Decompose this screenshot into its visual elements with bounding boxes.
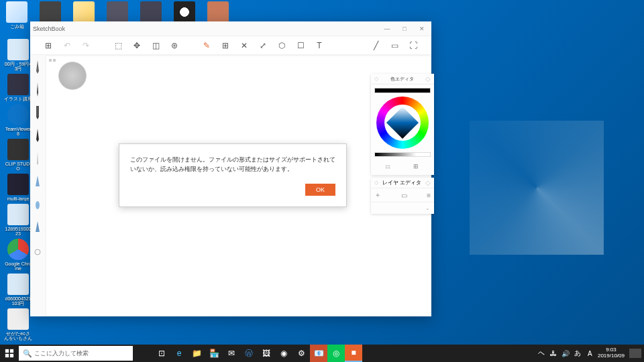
brush-tool-fill[interactable] [34,219,42,235]
tray-chevron-icon[interactable]: ヘ [537,349,546,358]
brush-palette [30,55,45,316]
desktop-icon[interactable]: 00円・59円43円 [4,39,32,71]
line-icon[interactable]: ╱ [371,41,380,50]
brush-icon[interactable]: ✎ [202,41,211,50]
layer-menu-icon[interactable]: ≡ [427,192,431,199]
move-icon[interactable]: ✥ [132,41,142,50]
taskview-icon[interactable]: ⊡ [153,345,170,362]
line-icon[interactable]: ◎ [327,345,345,362]
svg-rect-0 [36,106,39,117]
panel-title: 色エディタ [390,76,414,82]
grid-view-icon[interactable]: ⊞ [413,163,420,170]
start-button[interactable] [0,345,19,362]
desktop-icon[interactable]: multi-large [4,174,32,201]
desktop-icon[interactable]: 128951930023 [4,204,32,236]
current-color-swatch[interactable] [374,88,431,93]
photos-icon[interactable]: 🖼 [258,345,275,362]
system-tray: ヘ 🖧 🔊 あ A 9:03 2019/10/09 [537,347,644,359]
guide-icon[interactable]: ✕ [239,41,249,50]
search-icon: 🔍 [23,349,31,357]
panel-menu-icon[interactable]: ◇ [425,75,431,82]
desktop-icon-teamviewer[interactable]: TeamViewer 8 [4,104,32,136]
desktop-icon-chrome[interactable]: Google Chrome [4,239,32,271]
image-icon[interactable]: ☐ [296,41,305,50]
explorer-icon[interactable]: 📁 [188,345,205,362]
panel-collapse-icon[interactable]: ◇ [374,180,378,186]
tray-lang-icon[interactable]: A [586,350,594,357]
chrome-task-icon[interactable]: ◉ [275,345,292,362]
brush-tool-pen[interactable] [34,82,42,98]
desktop-icon[interactable]: せがたecさんをいもさん [4,308,32,341]
fullscreen-icon[interactable]: ⛶ [409,41,418,50]
panel-title: レイヤ エディタ [382,179,421,186]
transform-icon[interactable]: ⤢ [258,41,268,50]
panel-menu-icon[interactable]: ◇ [425,179,431,186]
undo-icon[interactable]: ↶ [62,41,72,50]
store-icon[interactable]: 🏪 [205,345,223,362]
close-button[interactable]: ✕ [415,23,429,34]
notification-icon[interactable] [629,349,641,358]
brush-tool-fine[interactable] [34,150,42,166]
brush-tool-airbrush[interactable] [34,173,42,189]
color-editor-panel: ◇ 色エディタ ◇ ⚏ ⊞ [371,74,434,175]
menu-icon[interactable]: ⊞ [44,41,53,50]
search-box[interactable]: 🔍 ここに入力して検索 [19,346,133,361]
brush-tool-marker[interactable] [34,105,42,121]
cortana-icon[interactable] [136,345,153,362]
svg-point-1 [36,201,40,209]
panel-collapse-icon[interactable]: ◇ [374,76,378,82]
search-placeholder: ここに入力して検索 [34,349,89,358]
tray-ime-icon[interactable]: あ [574,349,582,358]
settings-icon[interactable]: ⚙ [292,345,310,362]
svg-rect-5 [5,354,9,357]
desktop-icon-recycle[interactable]: ごみ箱 [3,1,31,29]
symmetry-icon[interactable]: ⊛ [170,41,179,50]
tray-network-icon[interactable]: 🖧 [549,350,558,357]
toolbar: ⊞ ↶ ↷ ⬚ ✥ ◫ ⊛ ✎ ⊞ ✕ ⤢ ⬡ ☐ T ╱ ▭ ⛶ [30,36,431,55]
task-icons: ⊡ e 📁 🏪 ✉ Ⓦ 🖼 ◉ ⚙ 📧 ◎ ■ [136,345,362,362]
side-panels: ◇ 色エディタ ◇ ⚏ ⊞ ◇ レイヤ エディタ ◇ ＋ ▭ [371,74,434,214]
tray-clock[interactable]: 9:03 2019/10/09 [598,347,625,359]
mail-icon[interactable]: ✉ [223,345,240,362]
desktop-icon[interactable]: d060004527103円 [4,274,32,306]
text-icon[interactable]: T [315,41,324,50]
brush-tool-eraser[interactable] [34,241,42,257]
dialog-message: このファイルを開けません。ファイルの形式またはサイズがサポートされていないか、読… [130,155,335,174]
selection-icon[interactable]: ⬚ [113,41,123,50]
brush-preview[interactable] [58,62,87,90]
color-wheel[interactable] [376,97,429,149]
layer-row[interactable]: ⌄ [371,202,434,214]
app-icon[interactable]: Ⓦ [240,345,258,362]
add-layer-icon[interactable]: ＋ [374,190,381,200]
sketchbook-task-icon[interactable]: ■ [345,345,362,362]
brush-tool-ink[interactable] [34,127,42,143]
blend-mode-icon[interactable]: ▭ [401,192,407,199]
slider-view-icon[interactable]: ⚏ [385,163,392,170]
edge-icon[interactable]: e [170,345,188,362]
app-icon[interactable]: 📧 [310,345,327,362]
svg-point-2 [35,249,40,255]
error-dialog: このファイルを開けません。ファイルの形式またはサイズがサポートされていないか、読… [119,143,347,207]
desktop-left-column: 00円・59円43円 イラスト講座 TeamViewer 8 CLIP STUD… [3,38,32,342]
layer-editor-panel: ◇ レイヤ エディタ ◇ ＋ ▭ ≡ ⌄ [371,178,434,214]
minimize-button[interactable]: — [380,23,394,34]
grayscale-swatches[interactable] [374,152,431,157]
layers-icon[interactable]: ◫ [151,41,160,50]
brush-tool-pencil[interactable] [34,59,42,75]
window-title: SketchBook [33,25,380,32]
titlebar[interactable]: SketchBook — □ ✕ [30,21,431,36]
tray-volume-icon[interactable]: 🔊 [561,350,570,357]
rect-icon[interactable]: ▭ [390,41,399,50]
ok-button[interactable]: OK [305,184,335,196]
svg-rect-6 [10,354,13,357]
redo-icon[interactable]: ↷ [81,41,91,50]
svg-rect-4 [10,349,13,353]
svg-rect-3 [5,349,9,353]
grid-icon[interactable]: ⊞ [221,41,230,50]
brush-tool-smudge[interactable] [34,196,42,212]
desktop-icon-clipstudio[interactable]: CLIP STUDIO [4,139,32,171]
maximize-button[interactable]: □ [398,23,411,34]
desktop-icon[interactable]: イラスト講座 [4,74,32,101]
windows-wallpaper-logo [470,121,604,255]
shape-icon[interactable]: ⬡ [277,41,286,50]
